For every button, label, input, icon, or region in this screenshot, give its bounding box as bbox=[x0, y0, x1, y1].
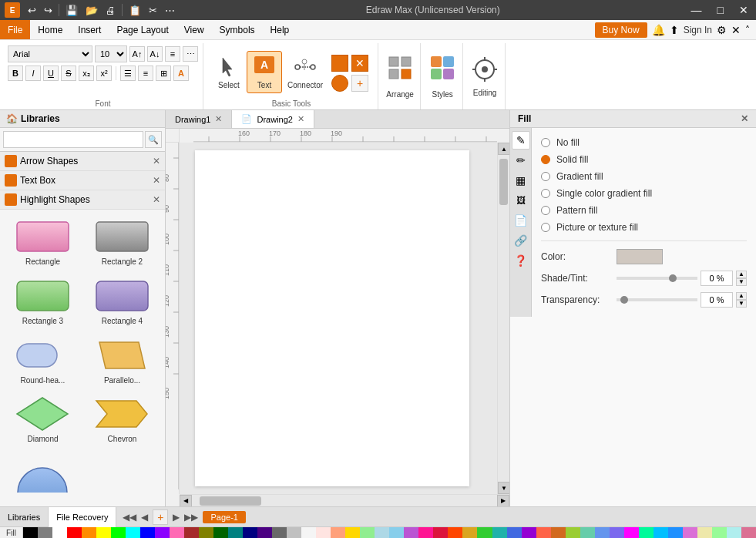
scroll-track-v[interactable] bbox=[498, 155, 509, 482]
canvas-drawing-area[interactable] bbox=[180, 143, 497, 494]
palette-color[interactable] bbox=[727, 527, 741, 538]
palette-color[interactable] bbox=[345, 527, 360, 538]
palette-color[interactable] bbox=[23, 527, 38, 538]
circle-shape-btn[interactable] bbox=[331, 75, 348, 92]
palette-color[interactable] bbox=[712, 527, 727, 538]
cut-quick-btn[interactable]: ✂ bbox=[146, 3, 160, 18]
transparency-decrement-btn[interactable]: ▼ bbox=[736, 300, 747, 308]
palette-color[interactable] bbox=[111, 527, 126, 538]
menu-page-layout[interactable]: Page Layout bbox=[109, 20, 176, 39]
select-tool-btn[interactable]: Select bbox=[211, 51, 247, 93]
scroll-thumb-h[interactable] bbox=[200, 496, 261, 506]
file-recovery-tab-btn[interactable]: File Recovery bbox=[49, 507, 116, 527]
page-nav-prev-btn[interactable]: ◀ bbox=[141, 512, 148, 523]
fill-icon-1[interactable]: ✏ bbox=[512, 151, 530, 170]
font-decrease-btn[interactable]: A↓ bbox=[147, 46, 163, 62]
window-minimize-btn[interactable]: — bbox=[684, 1, 710, 19]
palette-color[interactable] bbox=[52, 527, 67, 538]
font-family-select[interactable]: Arial bbox=[8, 45, 92, 62]
palette-color[interactable] bbox=[140, 527, 155, 538]
palette-color[interactable] bbox=[96, 527, 111, 538]
shade-decrement-btn[interactable]: ▼ bbox=[736, 278, 747, 286]
fill-icon-3[interactable]: 🖼 bbox=[512, 191, 530, 210]
vertical-scrollbar[interactable]: ▲ ▼ bbox=[497, 143, 509, 494]
fill-option-picture[interactable]: Picture or texture fill bbox=[541, 219, 747, 236]
palette-color[interactable] bbox=[287, 527, 301, 538]
scroll-thumb-v[interactable] bbox=[499, 159, 508, 205]
expand-icon[interactable]: ˄ bbox=[745, 25, 750, 35]
highlight-shapes-close-btn[interactable]: ✕ bbox=[153, 194, 160, 205]
palette-color[interactable] bbox=[551, 527, 566, 538]
fill-panel-close-btn[interactable]: ✕ bbox=[741, 113, 748, 124]
shape-diamond[interactable]: Diamond bbox=[6, 395, 79, 448]
fill-icon-4[interactable]: 📄 bbox=[512, 211, 530, 230]
buy-now-btn[interactable]: Buy Now bbox=[595, 22, 647, 38]
palette-color[interactable] bbox=[610, 527, 624, 538]
palette-color[interactable] bbox=[375, 527, 389, 538]
shape-rectangle[interactable]: Rectangle bbox=[6, 217, 79, 271]
palette-color[interactable] bbox=[404, 527, 418, 538]
fill-icon-5[interactable]: 🔗 bbox=[512, 231, 530, 250]
format-btn[interactable]: ⋯ bbox=[183, 46, 198, 62]
palette-color[interactable] bbox=[331, 527, 345, 538]
notification-icon[interactable]: 🔔 bbox=[652, 24, 665, 36]
square-shape-btn[interactable] bbox=[331, 55, 348, 72]
shape-x-btn[interactable]: ✕ bbox=[351, 55, 368, 72]
tab-drawing1[interactable]: Drawing1 ✕ bbox=[166, 110, 232, 128]
shape-roundhex[interactable]: Round-hea... bbox=[6, 336, 79, 389]
more-quick-btn[interactable]: ⋯ bbox=[162, 3, 178, 18]
shade-slider[interactable] bbox=[617, 277, 697, 280]
menu-home[interactable]: Home bbox=[30, 20, 70, 39]
open-quick-btn[interactable]: 📂 bbox=[82, 3, 101, 18]
menu-insert[interactable]: Insert bbox=[70, 20, 109, 39]
palette-color[interactable] bbox=[213, 527, 228, 538]
palette-color[interactable] bbox=[522, 527, 536, 538]
scroll-left-btn[interactable]: ◀ bbox=[180, 495, 192, 507]
italic-btn[interactable]: I bbox=[25, 66, 41, 81]
page-nav-last-btn[interactable]: ▶▶ bbox=[184, 512, 198, 523]
shade-value-input[interactable] bbox=[701, 271, 733, 286]
font-size-select[interactable]: 10 bbox=[95, 45, 127, 62]
underline-btn[interactable]: U bbox=[43, 66, 59, 81]
fill-option-no-fill[interactable]: No fill bbox=[541, 134, 747, 151]
palette-color[interactable] bbox=[126, 527, 140, 538]
subscript-btn[interactable]: x₂ bbox=[79, 66, 94, 81]
palette-color[interactable] bbox=[272, 527, 287, 538]
horizontal-scrollbar[interactable]: ◀ ▶ bbox=[180, 494, 509, 506]
palette-color[interactable] bbox=[580, 527, 595, 538]
palette-color[interactable] bbox=[67, 527, 82, 538]
close-menu-icon[interactable]: ✕ bbox=[731, 24, 741, 36]
font-color-btn[interactable]: A bbox=[173, 66, 189, 81]
active-page-tab[interactable]: Page-1 bbox=[203, 511, 245, 523]
palette-color[interactable] bbox=[184, 527, 199, 538]
arrange-group[interactable]: Arrange bbox=[380, 43, 421, 109]
indent-btn[interactable]: ⊞ bbox=[156, 66, 171, 81]
fill-option-gradient[interactable]: Gradient fill bbox=[541, 168, 747, 185]
palette-color[interactable] bbox=[507, 527, 522, 538]
palette-color[interactable] bbox=[228, 527, 243, 538]
palette-color[interactable] bbox=[683, 527, 697, 538]
highlight-shapes-header[interactable]: Highlight Shapes ✕ bbox=[0, 190, 165, 209]
window-maximize-btn[interactable]: □ bbox=[710, 1, 731, 19]
scroll-right-btn[interactable]: ▶ bbox=[497, 495, 509, 507]
palette-color[interactable] bbox=[492, 527, 507, 538]
sidebar-search-btn[interactable]: 🔍 bbox=[145, 131, 162, 148]
palette-color[interactable] bbox=[389, 527, 404, 538]
palette-color[interactable] bbox=[199, 527, 213, 538]
page-nav-next-btn[interactable]: ▶ bbox=[173, 512, 180, 523]
shape-plus-btn[interactable]: + bbox=[351, 75, 368, 92]
menu-help[interactable]: Help bbox=[263, 20, 297, 39]
bold-btn[interactable]: B bbox=[8, 66, 23, 81]
palette-color[interactable] bbox=[697, 527, 712, 538]
numbering-btn[interactable]: ≡ bbox=[138, 66, 153, 81]
palette-color[interactable] bbox=[477, 527, 492, 538]
sidebar-search-input[interactable] bbox=[3, 131, 143, 148]
window-close-btn[interactable]: ✕ bbox=[731, 1, 756, 19]
menu-view[interactable]: View bbox=[176, 20, 212, 39]
palette-color[interactable] bbox=[741, 527, 756, 538]
superscript-btn[interactable]: x² bbox=[96, 66, 112, 81]
add-page-btn[interactable]: + bbox=[153, 509, 168, 525]
scroll-down-btn[interactable]: ▼ bbox=[498, 482, 509, 494]
share-icon[interactable]: ⬆ bbox=[670, 24, 679, 36]
scroll-up-btn[interactable]: ▲ bbox=[498, 143, 509, 155]
